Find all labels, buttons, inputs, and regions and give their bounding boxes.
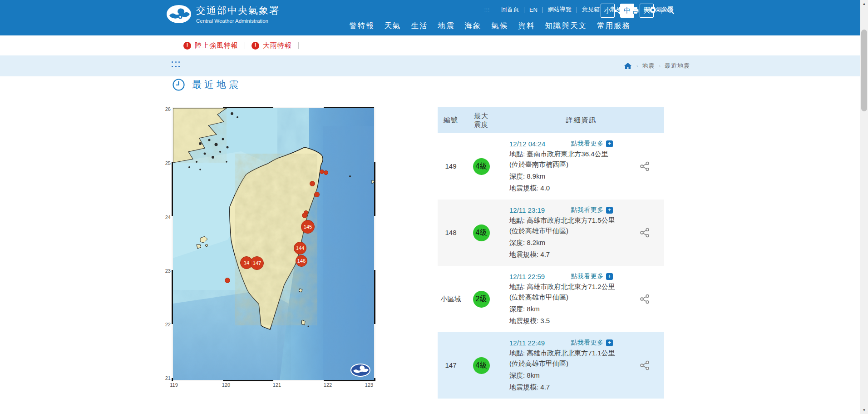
page-title-row: 最近地震 <box>173 78 241 91</box>
col-header-intensity: 最大 震度 <box>464 111 498 129</box>
see-more-link[interactable]: 點我看更多 + <box>571 206 613 214</box>
quake-id: 小區域 <box>438 294 464 304</box>
quake-magnitude: 地震規模: 4.7 <box>509 382 622 392</box>
plus-icon: + <box>606 339 613 346</box>
quake-depth: 深度: 8.2km <box>509 237 622 248</box>
nav-item-8[interactable]: 常用服務 <box>592 19 636 33</box>
see-more-link[interactable]: 點我看更多 + <box>571 272 613 280</box>
scroll-down-arrow[interactable]: ▼ <box>860 406 868 414</box>
nav-item-4[interactable]: 海象 <box>460 19 487 33</box>
page-scrollbar[interactable]: ▲ ▼ <box>860 0 868 414</box>
lat-label-23: 23 <box>157 268 171 274</box>
see-more-link[interactable]: 點我看更多 + <box>571 140 613 148</box>
nav-item-2[interactable]: 生活 <box>406 19 433 33</box>
home-icon[interactable] <box>624 63 631 70</box>
col-header-details: 詳細資訊 <box>498 116 664 125</box>
alert-bar: !陸上強風特報!大雨特報 <box>0 35 868 55</box>
alert-link-0[interactable]: !陸上強風特報 <box>183 41 238 50</box>
nav-item-1[interactable]: 天氣 <box>380 19 406 33</box>
nav-item-7[interactable]: 知識與天文 <box>540 19 592 33</box>
quake-marker-145[interactable]: 145 <box>301 220 315 234</box>
quake-time-link[interactable]: 12/11 23:19 <box>509 206 545 214</box>
cwa-logo[interactable]: 交通部中央氣象署 Central Weather Administration <box>166 4 280 24</box>
quake-table-header: 編號 最大 震度 詳細資訊 <box>438 107 664 133</box>
page-title: 最近地震 <box>192 78 241 91</box>
quake-marker-small[interactable] <box>324 170 328 175</box>
quake-marker-small[interactable] <box>302 213 307 218</box>
nav-item-5[interactable]: 氣候 <box>487 19 513 33</box>
quake-time-link[interactable]: 12/12 04:24 <box>509 140 545 148</box>
quake-row: 小區域 2級 12/11 22:59 點我看更多 + 地點: 高雄市政府北北東方… <box>438 266 664 332</box>
intensity-badge: 4級 <box>473 158 490 175</box>
lon-label-119: 119 <box>167 382 181 388</box>
scroll-up-arrow[interactable]: ▲ <box>860 0 868 8</box>
quake-row: 小區域 1級 12/11 12:49 點我看更多 + 地點: 宜蘭縣政府南方12… <box>438 399 664 414</box>
intensity-badge: 4級 <box>473 357 490 374</box>
quake-marker-small[interactable] <box>225 278 230 283</box>
quake-magnitude: 地震規模: 4.0 <box>509 183 622 193</box>
gear-icon[interactable] <box>644 6 661 15</box>
plus-icon: + <box>606 140 613 147</box>
share-row-icon[interactable] <box>625 161 664 171</box>
utility-link-1[interactable]: EN <box>524 6 542 13</box>
quake-marker-small[interactable] <box>314 192 320 197</box>
lon-label-122: 122 <box>321 382 335 388</box>
quake-marker-small[interactable] <box>310 181 315 186</box>
col-header-id: 編號 <box>438 116 464 125</box>
share-row-icon[interactable] <box>625 228 664 238</box>
nav-item-0[interactable]: 警特報 <box>344 19 380 33</box>
quake-location: 地點: 高雄市政府北北東方71.2公里 <box>509 281 622 292</box>
alert-icon: ! <box>183 42 191 50</box>
breadcrumb: › 地震 › 最近地震 <box>624 55 690 76</box>
quake-district: (位於臺南市楠西區) <box>509 159 622 170</box>
share-row-icon[interactable] <box>625 294 664 304</box>
lat-label-21: 21 <box>157 375 171 381</box>
breadcrumb-band: › 地震 › 最近地震 <box>0 55 868 76</box>
utility-link-0[interactable]: 回首頁 <box>496 5 524 14</box>
quake-marker-146[interactable]: 146 <box>296 255 307 267</box>
breadcrumb-item-recent[interactable]: 最近地震 <box>665 62 690 70</box>
scrollbar-thumb[interactable] <box>861 30 867 111</box>
nav-item-6[interactable]: 資料 <box>513 19 540 33</box>
quake-map[interactable]: 14514414614147 <box>173 108 375 380</box>
quake-district: (位於高雄市甲仙區) <box>509 292 622 302</box>
lon-label-123: 123 <box>362 382 376 388</box>
quake-id: 149 <box>438 161 464 171</box>
quake-marker-144[interactable]: 144 <box>294 242 306 254</box>
lat-label-24: 24 <box>157 214 171 220</box>
quake-depth: 深度: 8km <box>509 304 622 314</box>
lat-label-25: 25 <box>157 160 171 166</box>
plus-icon: + <box>606 207 613 214</box>
see-more-link[interactable]: 點我看更多 + <box>571 339 613 347</box>
utility-link-2[interactable]: 網站導覽 <box>543 5 577 14</box>
site-title: 交通部中央氣象署 <box>196 4 280 17</box>
quake-depth: 深度: 8.9km <box>509 171 622 181</box>
site-subtitle: Central Weather Administration <box>196 18 280 24</box>
quake-magnitude: 地震規模: 4.7 <box>509 249 622 259</box>
header-icon-row <box>609 4 679 17</box>
share-row-icon[interactable] <box>625 360 664 370</box>
quake-location: 地點: 高雄市政府北北東方71.1公里 <box>509 348 622 358</box>
alert-icon: ! <box>252 42 259 50</box>
quake-row: 149 4級 12/12 04:24 點我看更多 + 地點: 臺南市政府東北方3… <box>438 133 664 200</box>
nav-item-3[interactable]: 地震 <box>433 19 460 33</box>
share-icon[interactable] <box>609 6 626 15</box>
accessibility-dots[interactable] <box>172 61 181 69</box>
quake-depth: 深度: 8km <box>509 370 622 380</box>
lon-label-120: 120 <box>219 382 233 388</box>
breadcrumb-item-quake[interactable]: 地震 <box>642 62 655 70</box>
taiwan-map-image <box>173 108 375 381</box>
quake-row: 147 4級 12/11 22:49 點我看更多 + 地點: 高雄市政府北北東方… <box>438 332 664 399</box>
quake-table: 編號 最大 震度 詳細資訊 149 4級 12/12 04:24 點我看更多 +… <box>438 107 664 414</box>
search-icon[interactable] <box>662 6 679 15</box>
print-icon[interactable] <box>626 6 644 15</box>
clock-icon <box>173 79 185 91</box>
alert-link-1[interactable]: !大雨特報 <box>252 41 292 50</box>
skip-link[interactable]: ::: <box>484 7 490 12</box>
quake-time-link[interactable]: 12/11 22:49 <box>509 339 545 347</box>
intensity-badge: 2級 <box>473 291 490 308</box>
quake-marker-147[interactable]: 147 <box>250 256 264 270</box>
intensity-badge: 4級 <box>473 224 490 241</box>
quake-time-link[interactable]: 12/11 22:59 <box>509 273 545 280</box>
site-header: 交通部中央氣象署 Central Weather Administration … <box>0 0 868 35</box>
